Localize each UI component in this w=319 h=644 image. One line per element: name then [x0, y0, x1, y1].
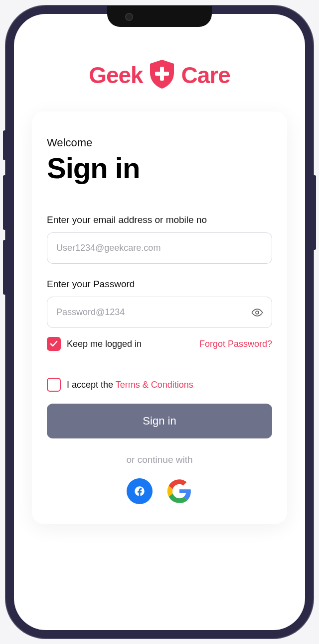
- forgot-password-link[interactable]: Forgot Password?: [199, 339, 272, 349]
- svg-point-3: [127, 478, 153, 504]
- logo-word-1: Geek: [89, 62, 143, 88]
- signin-card: Welcome Sign in Enter your email address…: [32, 111, 287, 524]
- keep-logged-in-checkbox[interactable]: [47, 337, 61, 351]
- welcome-text: Welcome: [47, 136, 272, 149]
- logo-word-2: Care: [181, 62, 230, 88]
- terms-text: I accept the Terms & Conditions: [67, 380, 193, 390]
- continue-with-text: or continue with: [47, 454, 272, 465]
- email-input-wrap: [47, 232, 272, 264]
- notch: [107, 6, 212, 27]
- password-label: Enter your Password: [47, 279, 272, 290]
- page-title: Sign in: [47, 151, 272, 185]
- email-label: Enter your email address or mobile no: [47, 215, 272, 225]
- password-input-wrap: [47, 297, 272, 328]
- app-logo: Geek Care: [32, 59, 287, 92]
- svg-point-2: [256, 311, 259, 314]
- check-icon: [49, 339, 58, 348]
- sign-in-button[interactable]: Sign in: [47, 404, 272, 438]
- email-input[interactable]: [47, 232, 272, 264]
- svg-rect-1: [155, 72, 169, 76]
- eye-icon[interactable]: [251, 307, 263, 319]
- shield-plus-icon: [148, 59, 176, 92]
- keep-logged-in-label: Keep me logged in: [67, 339, 142, 349]
- facebook-icon[interactable]: [127, 478, 153, 504]
- terms-conditions-link[interactable]: Terms & Conditions: [116, 380, 193, 390]
- password-input[interactable]: [47, 297, 272, 328]
- screen: Geek Care Welcome Sign in Enter your ema…: [14, 14, 305, 630]
- terms-checkbox[interactable]: [47, 378, 61, 392]
- google-icon[interactable]: [166, 478, 192, 504]
- phone-frame: Geek Care Welcome Sign in Enter your ema…: [6, 6, 313, 638]
